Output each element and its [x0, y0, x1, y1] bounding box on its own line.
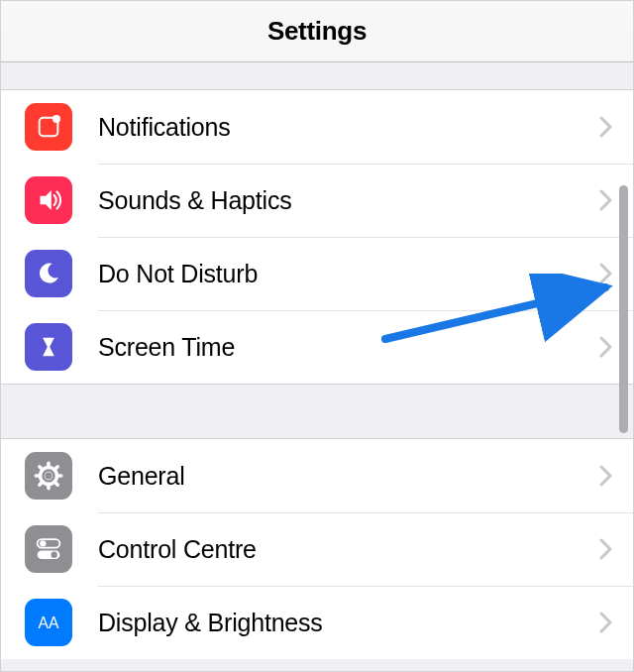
controlcentre-icon: [25, 525, 72, 573]
display-icon: AA: [25, 599, 72, 646]
row-label: Screen Time: [98, 333, 599, 362]
settings-screen: Settings Notifications: [0, 0, 634, 672]
sounds-icon: [25, 176, 72, 224]
header: Settings: [1, 1, 633, 62]
general-icon: [25, 452, 72, 500]
row-display-brightness[interactable]: AA Display & Brightness: [1, 586, 633, 659]
row-notifications[interactable]: Notifications: [1, 90, 633, 164]
settings-group-2: General Control Centre A: [1, 439, 633, 659]
chevron-right-icon: [599, 465, 613, 487]
row-sounds-haptics[interactable]: Sounds & Haptics: [1, 164, 633, 237]
row-general[interactable]: General: [1, 439, 633, 512]
chevron-right-icon: [599, 612, 613, 633]
scrollbar[interactable]: [619, 185, 628, 433]
section-spacer: [1, 62, 633, 90]
notifications-icon: [25, 103, 72, 151]
svg-point-16: [51, 551, 56, 557]
row-control-centre[interactable]: Control Centre: [1, 512, 633, 586]
row-do-not-disturb[interactable]: Do Not Disturb: [1, 237, 633, 310]
chevron-right-icon: [599, 263, 613, 284]
chevron-right-icon: [599, 189, 613, 211]
row-label: General: [98, 462, 599, 491]
svg-point-14: [40, 540, 46, 546]
section-spacer: [1, 384, 633, 439]
svg-point-12: [45, 472, 52, 479]
chevron-right-icon: [599, 538, 613, 560]
row-screen-time[interactable]: Screen Time: [1, 310, 633, 384]
svg-text:AA: AA: [39, 615, 59, 631]
chevron-right-icon: [599, 116, 613, 138]
row-label: Notifications: [98, 113, 599, 142]
row-label: Control Centre: [98, 535, 599, 564]
svg-point-1: [53, 115, 60, 123]
chevron-right-icon: [599, 336, 613, 358]
dnd-icon: [25, 250, 72, 297]
row-label: Sounds & Haptics: [98, 186, 599, 215]
page-title: Settings: [267, 16, 367, 47]
screentime-icon: [25, 323, 72, 371]
row-label: Do Not Disturb: [98, 260, 599, 288]
row-label: Display & Brightness: [98, 609, 599, 637]
settings-group-1: Notifications Sounds & Haptics: [1, 90, 633, 384]
